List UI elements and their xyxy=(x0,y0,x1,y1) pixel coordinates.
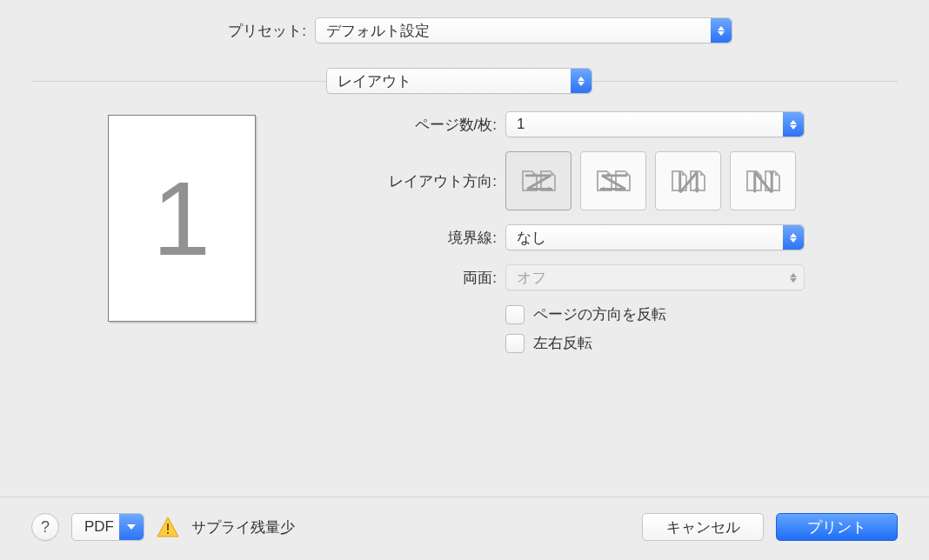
cancel-label: キャンセル xyxy=(666,517,740,537)
layout-direction-option-3[interactable] xyxy=(655,151,721,210)
preview-page-number: 1 xyxy=(152,158,211,278)
two-sided-value: オフ xyxy=(517,268,546,288)
svg-rect-1 xyxy=(167,532,169,534)
help-icon: ? xyxy=(41,518,50,537)
svg-rect-0 xyxy=(167,523,169,530)
reverse-orientation-checkbox[interactable] xyxy=(505,305,525,324)
layout-direction-option-2[interactable] xyxy=(580,151,646,210)
cancel-button[interactable]: キャンセル xyxy=(642,513,764,541)
updown-icon xyxy=(711,18,732,43)
section-value: レイアウト xyxy=(338,71,411,91)
border-label: 境界線: xyxy=(331,228,505,248)
pages-per-sheet-select[interactable]: 1 xyxy=(505,111,805,137)
preset-select[interactable]: デフォルト設定 xyxy=(315,17,732,43)
print-label: プリント xyxy=(807,517,866,537)
supply-low-label: サプライ残量少 xyxy=(191,517,295,537)
reverse-orientation-label: ページの方向を反転 xyxy=(533,304,666,324)
pdf-dropdown[interactable]: PDF xyxy=(71,513,144,541)
two-sided-select: オフ xyxy=(505,264,805,290)
updown-icon xyxy=(783,265,804,290)
border-select[interactable]: なし xyxy=(505,224,805,250)
warning-icon xyxy=(157,517,179,537)
section-select[interactable]: レイアウト xyxy=(326,68,592,94)
help-button[interactable]: ? xyxy=(31,513,59,541)
flip-horizontal-checkbox[interactable] xyxy=(505,334,525,353)
layout-direction-option-1[interactable] xyxy=(505,151,571,210)
layout-direction-option-4[interactable] xyxy=(730,151,796,210)
updown-icon xyxy=(571,69,591,93)
preset-label: プリセット: xyxy=(0,21,315,41)
pages-per-sheet-value: 1 xyxy=(517,116,525,133)
page-preview: 1 xyxy=(108,115,256,322)
updown-icon xyxy=(783,225,804,250)
preset-value: デフォルト設定 xyxy=(326,21,430,41)
pages-per-sheet-label: ページ数/枚: xyxy=(331,115,505,135)
pdf-label: PDF xyxy=(84,518,114,536)
two-sided-label: 両面: xyxy=(331,268,505,288)
border-value: なし xyxy=(517,228,546,248)
print-button[interactable]: プリント xyxy=(776,513,898,541)
updown-icon xyxy=(783,112,804,137)
chevron-down-icon xyxy=(119,514,144,540)
layout-direction-label: レイアウト方向: xyxy=(331,171,505,191)
flip-horizontal-label: 左右反転 xyxy=(533,333,592,353)
